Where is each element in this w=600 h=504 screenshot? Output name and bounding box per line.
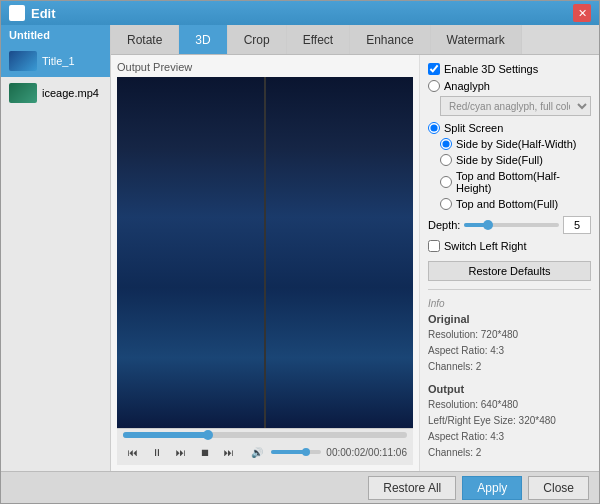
split-options: Side by Side(Half-Width) Side by Side(Fu… (428, 138, 591, 210)
original-info: Original Resolution: 720*480 Aspect Rati… (428, 313, 591, 375)
video-controls: ⏮ ⏸ ⏭ ⏹ ⏭ 🔊 (117, 428, 413, 465)
output-aspect: Aspect Ratio: 4:3 (428, 429, 591, 445)
volume-area: 🔊 (247, 442, 321, 462)
anaglyph-select-container: Red/cyan anaglyph, full color (428, 96, 591, 122)
tabs: Rotate 3D Crop Effect Enhance Watermark (111, 25, 599, 55)
side-half-label: Side by Side(Half-Width) (456, 138, 576, 150)
close-window-button[interactable]: ✕ (573, 4, 591, 22)
edit-window: Edit ✕ Untitled Title_1 iceage.mp4 Rotat… (0, 0, 600, 504)
anaglyph-select[interactable]: Red/cyan anaglyph, full color (440, 96, 591, 116)
preview-label: Output Preview (117, 61, 413, 73)
content-area: Output Preview (111, 55, 599, 471)
original-channels: Channels: 2 (428, 359, 591, 375)
title-bar: Edit ✕ (1, 1, 599, 25)
side-full-label: Side by Side(Full) (456, 154, 543, 166)
depth-slider[interactable] (464, 223, 559, 227)
preview-area: Output Preview (111, 55, 419, 471)
sidebar-item-iceage[interactable]: iceage.mp4 (1, 77, 110, 109)
tab-rotate[interactable]: Rotate (111, 25, 179, 54)
depth-row: Depth: 5 (428, 216, 591, 234)
bottom-bar: Restore All Apply Close (1, 471, 599, 503)
anaglyph-row: Anaglyph (428, 80, 591, 92)
thumb-title1 (9, 51, 37, 71)
video-right-overlay (266, 77, 413, 428)
depth-value: 5 (563, 216, 591, 234)
info-section-label: Info (428, 298, 591, 309)
depth-thumb (483, 220, 493, 230)
video-content (117, 77, 413, 428)
original-aspect: Aspect Ratio: 4:3 (428, 343, 591, 359)
output-channels: Channels: 2 (428, 445, 591, 461)
side-full-radio[interactable] (440, 154, 452, 166)
output-eye-size: Left/Right Eye Size: 320*480 (428, 413, 591, 429)
enable-3d-checkbox[interactable] (428, 63, 440, 75)
anaglyph-radio[interactable] (428, 80, 440, 92)
split-screen-label: Split Screen (444, 122, 503, 134)
stop-button[interactable]: ⏹ (195, 442, 215, 462)
sidebar-label-title1: Title_1 (42, 55, 75, 67)
progress-bar-container[interactable] (123, 432, 407, 438)
fast-forward-button[interactable]: ⏭ (171, 442, 191, 462)
video-left (117, 77, 266, 428)
prev-button[interactable]: ⏮ (123, 442, 143, 462)
output-title: Output (428, 383, 591, 395)
split-screen-row: Split Screen (428, 122, 591, 134)
depth-label: Depth: (428, 219, 460, 231)
play-button[interactable]: ⏸ (147, 442, 167, 462)
depth-slider-container[interactable] (464, 218, 559, 232)
progress-thumb (203, 430, 213, 440)
split-screen-radio[interactable] (428, 122, 440, 134)
enable-3d-label: Enable 3D Settings (444, 63, 538, 75)
thumb-iceage (9, 83, 37, 103)
tab-effect[interactable]: Effect (287, 25, 350, 54)
top-half-label: Top and Bottom(Half-Height) (456, 170, 591, 194)
original-title: Original (428, 313, 591, 325)
divider (428, 289, 591, 290)
video-left-overlay (117, 77, 264, 428)
output-resolution: Resolution: 640*480 (428, 397, 591, 413)
apply-button[interactable]: Apply (462, 476, 522, 500)
top-full-label: Top and Bottom(Full) (456, 198, 558, 210)
output-info: Output Resolution: 640*480 Left/Right Ey… (428, 383, 591, 461)
side-half-radio[interactable] (440, 138, 452, 150)
tab-3d[interactable]: 3D (179, 25, 227, 54)
tab-watermark[interactable]: Watermark (431, 25, 522, 54)
restore-all-button[interactable]: Restore All (368, 476, 456, 500)
tab-enhance[interactable]: Enhance (350, 25, 430, 54)
volume-thumb (302, 448, 310, 456)
window-title: Edit (31, 6, 573, 21)
top-half-row: Top and Bottom(Half-Height) (440, 170, 591, 194)
switch-lr-label: Switch Left Right (444, 240, 527, 252)
right-panel: Enable 3D Settings Anaglyph Red/cyan ana… (419, 55, 599, 471)
main-area: Untitled Title_1 iceage.mp4 Rotate 3D Cr… (1, 25, 599, 471)
original-resolution: Resolution: 720*480 (428, 327, 591, 343)
top-full-radio[interactable] (440, 198, 452, 210)
sidebar-title: Untitled (1, 25, 110, 45)
progress-bar[interactable] (123, 432, 407, 438)
progress-fill (123, 432, 208, 438)
enable-3d-row: Enable 3D Settings (428, 63, 591, 75)
top-half-radio[interactable] (440, 176, 452, 188)
center-area: Rotate 3D Crop Effect Enhance Watermark … (111, 25, 599, 471)
restore-defaults-button[interactable]: Restore Defaults (428, 261, 591, 281)
sidebar: Untitled Title_1 iceage.mp4 (1, 25, 111, 471)
close-button[interactable]: Close (528, 476, 589, 500)
top-full-row: Top and Bottom(Full) (440, 198, 591, 210)
sidebar-item-title1[interactable]: Title_1 (1, 45, 110, 77)
tab-crop[interactable]: Crop (228, 25, 287, 54)
switch-lr-row: Switch Left Right (428, 240, 591, 252)
app-icon (9, 5, 25, 21)
time-display: 00:00:02/00:11:06 (326, 447, 407, 458)
volume-bar[interactable] (271, 450, 321, 454)
volume-button[interactable]: 🔊 (247, 442, 267, 462)
anaglyph-label: Anaglyph (444, 80, 490, 92)
side-half-row: Side by Side(Half-Width) (440, 138, 591, 150)
control-buttons: ⏮ ⏸ ⏭ ⏹ ⏭ 🔊 (123, 442, 407, 462)
switch-lr-checkbox[interactable] (428, 240, 440, 252)
side-full-row: Side by Side(Full) (440, 154, 591, 166)
video-right (266, 77, 413, 428)
volume-fill (271, 450, 306, 454)
preview-video (117, 77, 413, 428)
sidebar-label-iceage: iceage.mp4 (42, 87, 99, 99)
next-button[interactable]: ⏭ (219, 442, 239, 462)
